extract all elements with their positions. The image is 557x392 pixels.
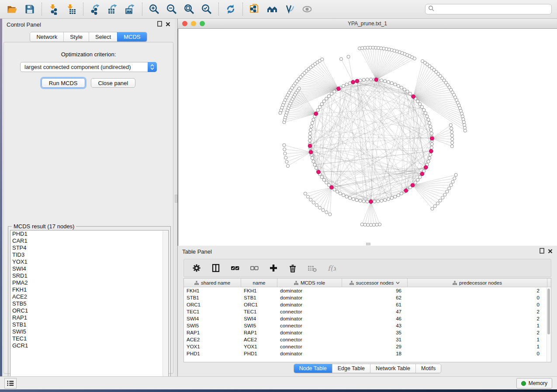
- graph-node[interactable]: [314, 112, 318, 116]
- graph-node[interactable]: [462, 117, 465, 120]
- tab-network-table[interactable]: Network Table: [370, 364, 415, 373]
- graph-node[interactable]: [320, 175, 323, 179]
- zoom-fit-button[interactable]: [180, 1, 198, 17]
- graph-node[interactable]: [416, 178, 419, 181]
- graph-node[interactable]: [451, 141, 454, 144]
- graph-node[interactable]: [355, 79, 359, 83]
- network-window-titlebar[interactable]: YPA_prune.txt_1: [178, 19, 557, 29]
- graph-node[interactable]: [369, 200, 373, 204]
- graph-node[interactable]: [369, 224, 372, 227]
- graph-node[interactable]: [394, 195, 397, 198]
- graph-node[interactable]: [366, 78, 369, 81]
- hide-graphics-button[interactable]: [281, 1, 298, 17]
- graph-node[interactable]: [315, 166, 318, 169]
- float-panel-icon[interactable]: [157, 21, 162, 28]
- table-row[interactable]: YOX1YOX1connector291: [184, 343, 551, 350]
- graph-node[interactable]: [462, 120, 465, 124]
- graph-node[interactable]: [308, 144, 312, 148]
- graph-node[interactable]: [450, 127, 453, 130]
- memory-button[interactable]: Memory: [516, 378, 552, 389]
- search-box[interactable]: [425, 4, 552, 14]
- mcds-result-item[interactable]: SRD1: [10, 272, 168, 279]
- column-header-successor-nodes[interactable]: successor nodes: [342, 279, 408, 287]
- graph-node[interactable]: [349, 196, 352, 199]
- tab-style[interactable]: Style: [63, 32, 89, 41]
- settings-icon[interactable]: [192, 263, 201, 273]
- close-panel-button[interactable]: Close panel: [91, 78, 136, 88]
- graph-node[interactable]: [439, 199, 442, 202]
- zoom-selected-button[interactable]: [198, 1, 215, 17]
- tab-node-table[interactable]: Node Table: [294, 364, 332, 373]
- graph-node[interactable]: [397, 194, 400, 197]
- graph-node[interactable]: [436, 202, 439, 205]
- graph-node[interactable]: [313, 163, 316, 166]
- graph-node[interactable]: [345, 195, 348, 198]
- graph-node[interactable]: [286, 165, 289, 168]
- graph-node[interactable]: [309, 128, 312, 131]
- table-row[interactable]: FKH1FKH1dominator962: [184, 287, 551, 294]
- graph-node[interactable]: [414, 181, 417, 184]
- import-table-button[interactable]: [62, 1, 80, 17]
- open-button[interactable]: [3, 1, 21, 17]
- graph-node[interactable]: [355, 199, 358, 202]
- graph-node[interactable]: [426, 115, 429, 118]
- graph-node[interactable]: [317, 170, 321, 174]
- table-scrollbar-thumb[interactable]: [547, 289, 550, 334]
- graph-node[interactable]: [429, 149, 433, 153]
- graph-node[interactable]: [443, 193, 446, 196]
- table-row[interactable]: ACE2ACE2connector311: [184, 336, 551, 343]
- graph-node[interactable]: [428, 157, 431, 160]
- graph-node[interactable]: [374, 78, 378, 82]
- graph-node[interactable]: [380, 79, 383, 82]
- graph-node[interactable]: [339, 192, 342, 195]
- close-window-button[interactable]: [182, 21, 187, 26]
- graph-node[interactable]: [449, 124, 452, 127]
- graph-node[interactable]: [422, 108, 426, 111]
- graph-node[interactable]: [384, 199, 387, 202]
- graph-node[interactable]: [427, 160, 430, 163]
- graph-node[interactable]: [322, 209, 325, 212]
- zoom-in-button[interactable]: [145, 1, 163, 17]
- mcds-result-item[interactable]: STP4: [10, 244, 168, 251]
- graph-node[interactable]: [377, 199, 380, 203]
- tab-edge-table[interactable]: Edge Table: [332, 364, 370, 373]
- graph-node[interactable]: [427, 118, 430, 121]
- columns-icon[interactable]: [211, 263, 221, 273]
- share-document-button[interactable]: [246, 1, 263, 17]
- graph-node[interactable]: [463, 126, 466, 129]
- column-header-name[interactable]: name: [241, 279, 277, 287]
- graph-node[interactable]: [420, 172, 424, 176]
- graph-node[interactable]: [369, 78, 372, 81]
- network-canvas[interactable]: [178, 29, 557, 246]
- graph-node[interactable]: [336, 190, 339, 193]
- mcds-result-item[interactable]: TID3: [10, 251, 168, 258]
- graph-node[interactable]: [424, 165, 428, 169]
- column-header-predecessor-nodes[interactable]: predecessor nodes: [408, 279, 547, 287]
- table-row[interactable]: ORC1ORC1dominator610: [184, 301, 551, 308]
- graph-node[interactable]: [413, 57, 416, 60]
- horizontal-splitter-grip[interactable]: [366, 243, 370, 245]
- graph-node[interactable]: [424, 112, 427, 115]
- graph-node[interactable]: [446, 190, 449, 193]
- table-row[interactable]: STB1STB1dominator620: [184, 294, 551, 301]
- table-row[interactable]: PHD1PHD1dominator180: [184, 350, 551, 357]
- graph-node[interactable]: [311, 121, 314, 124]
- graph-node[interactable]: [318, 105, 321, 108]
- graph-node[interactable]: [412, 95, 415, 99]
- save-button[interactable]: [21, 1, 38, 17]
- delete-row-icon[interactable]: [288, 263, 298, 273]
- graph-node[interactable]: [308, 139, 311, 142]
- graph-node[interactable]: [430, 143, 433, 146]
- mcds-result-item[interactable]: SWI4: [10, 265, 168, 272]
- graph-node[interactable]: [400, 192, 403, 195]
- graph-node[interactable]: [312, 201, 315, 204]
- graph-node[interactable]: [362, 78, 365, 81]
- graph-node[interactable]: [429, 153, 432, 156]
- mcds-result-item[interactable]: ACE2: [10, 293, 168, 300]
- graph-node[interactable]: [308, 135, 311, 138]
- graph-node[interactable]: [309, 198, 312, 201]
- mcds-result-item[interactable]: GCR1: [10, 342, 168, 349]
- tab-select[interactable]: Select: [89, 32, 117, 41]
- graph-node[interactable]: [363, 223, 367, 226]
- graph-node[interactable]: [411, 183, 415, 187]
